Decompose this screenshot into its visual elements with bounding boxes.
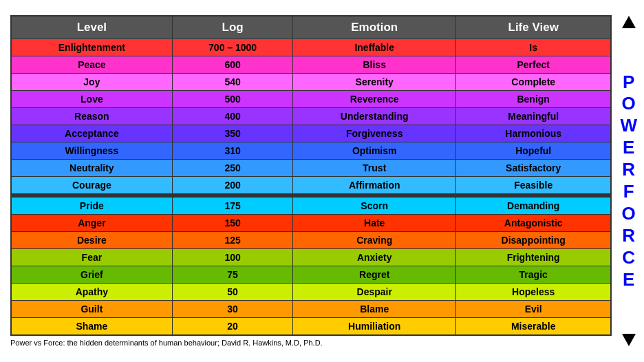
col-lifeview-header: Life View bbox=[455, 16, 611, 39]
side-letter-r-7: R bbox=[622, 226, 635, 246]
cell-life_view: Miserable bbox=[455, 318, 611, 336]
cell-emotion: Regret bbox=[293, 266, 455, 284]
cell-life_view: Perfect bbox=[455, 56, 611, 74]
cell-log: 30 bbox=[172, 301, 293, 318]
consciousness-table: Level Log Emotion Life View Enlightenmen… bbox=[10, 15, 612, 336]
cell-level: Peace bbox=[11, 56, 172, 74]
cell-level: Pride bbox=[11, 198, 172, 215]
cell-level: Anger bbox=[11, 215, 172, 232]
arrow-up-icon bbox=[622, 16, 636, 28]
cell-log: 250 bbox=[172, 160, 293, 177]
side-letter-r-4: R bbox=[622, 160, 635, 180]
cell-level: Neutrality bbox=[11, 160, 172, 177]
cell-emotion: Humiliation bbox=[293, 318, 455, 336]
table-row: Love500ReverenceBenign bbox=[11, 91, 611, 108]
table-row: Guilt30BlameEvil bbox=[11, 301, 611, 318]
cell-level: Fear bbox=[11, 249, 172, 266]
table-row: Peace600BlissPerfect bbox=[11, 56, 611, 74]
cell-emotion: Serenity bbox=[293, 74, 455, 91]
side-letter-c-8: C bbox=[622, 248, 635, 268]
table-row: Willingness310OptimismHopeful bbox=[11, 142, 611, 160]
cell-log: 540 bbox=[172, 74, 293, 91]
cell-emotion: Blame bbox=[293, 301, 455, 318]
cell-log: 150 bbox=[172, 215, 293, 232]
cell-emotion: Craving bbox=[293, 232, 455, 249]
side-letter-o-6: O bbox=[622, 204, 636, 224]
cell-level: Love bbox=[11, 91, 172, 108]
cell-emotion: Hate bbox=[293, 215, 455, 232]
table-row: Pride175ScornDemanding bbox=[11, 198, 611, 215]
side-powerforce: POWERFORCE bbox=[620, 16, 637, 346]
cell-life_view: Frightening bbox=[455, 249, 611, 266]
cell-emotion: Forgiveness bbox=[293, 125, 455, 142]
side-letter-e-3: E bbox=[623, 138, 634, 158]
cell-log: 75 bbox=[172, 266, 293, 284]
cell-level: Reason bbox=[11, 108, 172, 125]
cell-life_view: Evil bbox=[455, 301, 611, 318]
cell-life_view: Satisfactory bbox=[455, 160, 611, 177]
main-container: Level Log Emotion Life View Enlightenmen… bbox=[0, 0, 644, 362]
cell-life_view: Demanding bbox=[455, 198, 611, 215]
cell-level: Willingness bbox=[11, 142, 172, 160]
side-letter-e-9: E bbox=[623, 270, 634, 290]
cell-life_view: Disappointing bbox=[455, 232, 611, 249]
cell-log: 400 bbox=[172, 108, 293, 125]
cell-level: Acceptance bbox=[11, 125, 172, 142]
cell-emotion: Optimism bbox=[293, 142, 455, 160]
table-row: Enlightenment700 – 1000IneffableIs bbox=[11, 39, 611, 56]
side-letter-o-1: O bbox=[622, 94, 636, 114]
table-row: Anger150HateAntagonistic bbox=[11, 215, 611, 232]
cell-log: 125 bbox=[172, 232, 293, 249]
cell-life_view: Is bbox=[455, 39, 611, 56]
cell-emotion: Trust bbox=[293, 160, 455, 177]
table-row: Shame20HumiliationMiserable bbox=[11, 318, 611, 336]
cell-life_view: Complete bbox=[455, 74, 611, 91]
cell-log: 20 bbox=[172, 318, 293, 336]
cell-emotion: Scorn bbox=[293, 198, 455, 215]
cell-log: 50 bbox=[172, 284, 293, 301]
cell-life_view: Hopeless bbox=[455, 284, 611, 301]
table-row: Acceptance350ForgivenessHarmonious bbox=[11, 125, 611, 142]
cell-level: Grief bbox=[11, 266, 172, 284]
cell-level: Desire bbox=[11, 232, 172, 249]
cell-life_view: Tragic bbox=[455, 266, 611, 284]
cell-level: Joy bbox=[11, 74, 172, 91]
arrow-down-icon bbox=[622, 334, 636, 346]
table-row: Reason400UnderstandingMeaningful bbox=[11, 108, 611, 125]
table-row: Desire125CravingDisappointing bbox=[11, 232, 611, 249]
cell-level: Apathy bbox=[11, 284, 172, 301]
table-row: Apathy50DespairHopeless bbox=[11, 284, 611, 301]
cell-life_view: Harmonious bbox=[455, 125, 611, 142]
table-row: Fear100AnxietyFrightening bbox=[11, 249, 611, 266]
cell-life_view: Meaningful bbox=[455, 108, 611, 125]
col-level-header: Level bbox=[11, 16, 172, 39]
cell-log: 175 bbox=[172, 198, 293, 215]
cell-life_view: Hopeful bbox=[455, 142, 611, 160]
caption: Power vs Force: the hidden determinants … bbox=[10, 339, 612, 347]
cell-log: 310 bbox=[172, 142, 293, 160]
cell-level: Enlightenment bbox=[11, 39, 172, 56]
col-emotion-header: Emotion bbox=[293, 16, 455, 39]
cell-log: 200 bbox=[172, 177, 293, 194]
cell-level: Guilt bbox=[11, 301, 172, 318]
side-letter-p-0: P bbox=[623, 72, 634, 93]
side-letter-f-5: F bbox=[623, 182, 634, 202]
side-letter-w-2: W bbox=[620, 116, 637, 136]
table-row: Neutrality250TrustSatisfactory bbox=[11, 160, 611, 177]
table-row: Joy540SerenityComplete bbox=[11, 74, 611, 91]
cell-level: Shame bbox=[11, 318, 172, 336]
cell-life_view: Benign bbox=[455, 91, 611, 108]
cell-log: 700 – 1000 bbox=[172, 39, 293, 56]
table-row: Grief75RegretTragic bbox=[11, 266, 611, 284]
cell-emotion: Bliss bbox=[293, 56, 455, 74]
cell-life_view: Feasible bbox=[455, 177, 611, 194]
cell-emotion: Reverence bbox=[293, 91, 455, 108]
cell-emotion: Ineffable bbox=[293, 39, 455, 56]
cell-log: 350 bbox=[172, 125, 293, 142]
cell-emotion: Despair bbox=[293, 284, 455, 301]
col-log-header: Log bbox=[172, 16, 293, 39]
cell-log: 500 bbox=[172, 91, 293, 108]
cell-emotion: Understanding bbox=[293, 108, 455, 125]
cell-level: Courage bbox=[11, 177, 172, 194]
table-wrapper: Level Log Emotion Life View Enlightenmen… bbox=[10, 15, 612, 347]
